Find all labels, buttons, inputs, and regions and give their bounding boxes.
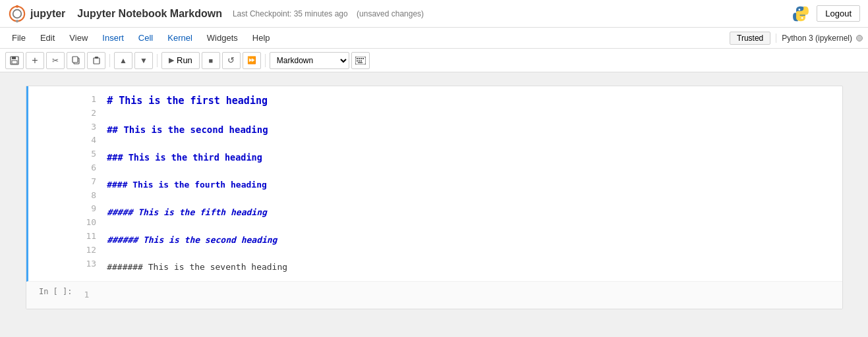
line-numbers: 1 2 3 4 5 6 7 8 9 10 11 12 13 <box>86 93 107 274</box>
cut-button[interactable]: ✂ <box>46 52 65 69</box>
svg-point-5 <box>801 16 803 18</box>
fast-forward-button[interactable]: ⏩ <box>243 52 261 69</box>
cell-type-select[interactable]: Markdown Code Raw NBConvert Heading <box>270 52 349 69</box>
svg-rect-8 <box>12 61 17 64</box>
code-line-9: ##### This is the fifth heading <box>107 206 836 220</box>
cell-prompt <box>28 86 81 281</box>
menu-insert[interactable]: Insert <box>96 30 130 45</box>
svg-rect-18 <box>357 60 358 61</box>
separator-1 <box>109 54 110 67</box>
code-cell-1[interactable]: 1 2 3 4 5 6 7 8 9 10 11 12 13 <box>26 86 842 282</box>
menu-file[interactable]: File <box>5 30 32 45</box>
menu-view[interactable]: View <box>63 30 94 45</box>
save-icon <box>10 56 19 65</box>
logout-button[interactable]: Logout <box>817 5 860 22</box>
svg-rect-17 <box>362 58 364 59</box>
menu-bar: File Edit View Insert Cell Kernel Widget… <box>0 28 868 49</box>
top-bar-right: Logout <box>792 5 860 23</box>
svg-point-3 <box>16 20 18 22</box>
top-bar: jupyter Jupyter Notebook Markdown Last C… <box>0 0 868 28</box>
svg-point-1 <box>13 9 22 18</box>
code-editor: 1 2 3 4 5 6 7 8 9 10 11 12 13 <box>86 90 837 277</box>
code-line-3: ## This is the second heading <box>107 122 836 137</box>
code-line-2 <box>107 109 836 122</box>
notebook-area: 1 2 3 4 5 6 7 8 9 10 11 12 13 <box>0 72 868 337</box>
menu-help[interactable]: Help <box>246 30 277 45</box>
kernel-indicator: Python 3 (ipykernel) <box>776 34 863 43</box>
menu-kernel[interactable]: Kernel <box>161 30 199 45</box>
separator-2 <box>157 54 158 67</box>
svg-rect-14 <box>357 58 358 59</box>
output-content: 1 <box>79 282 842 309</box>
output-code-editor: 1 <box>84 286 837 305</box>
menu-bar-right: Trusted Python 3 (ipykernel) <box>730 32 863 45</box>
code-line-6 <box>107 165 836 179</box>
trusted-button[interactable]: Trusted <box>730 32 770 45</box>
output-line-numbers: 1 <box>84 288 100 302</box>
code-line-1: # This is the first heading <box>107 93 836 109</box>
code-lines: # This is the first heading ## This is t… <box>107 93 836 274</box>
code-line-12 <box>107 247 836 261</box>
notebook-title: Jupyter Notebook Markdown <box>77 8 222 20</box>
move-up-button[interactable]: ▲ <box>114 52 132 69</box>
code-line-11: ###### This is the second heading <box>107 234 836 247</box>
cell-content: 1 2 3 4 5 6 7 8 9 10 11 12 13 <box>81 86 842 281</box>
add-cell-button[interactable]: + <box>26 52 44 69</box>
code-line-8 <box>107 192 836 206</box>
svg-rect-12 <box>95 57 98 59</box>
svg-rect-10 <box>72 57 78 63</box>
menu-cell[interactable]: Cell <box>132 30 159 45</box>
logo-area: jupyter <box>8 5 65 23</box>
keyboard-shortcuts-button[interactable] <box>351 52 370 69</box>
code-line-13: ####### This is the seventh heading <box>107 261 836 274</box>
keyboard-icon <box>355 57 366 65</box>
restart-button[interactable]: ↺ <box>222 52 241 69</box>
notebook-container: 1 2 3 4 5 6 7 8 9 10 11 12 13 <box>26 86 843 309</box>
svg-rect-20 <box>361 60 362 61</box>
copy-button[interactable] <box>67 52 85 69</box>
save-button[interactable] <box>5 52 24 69</box>
move-down-button[interactable]: ▼ <box>134 52 153 69</box>
run-button[interactable]: ▶ Run <box>161 52 200 69</box>
paste-button[interactable] <box>87 52 105 69</box>
code-line-10 <box>107 220 836 234</box>
jupyter-wordmark: jupyter <box>30 8 65 20</box>
jupyter-logo-icon <box>8 5 26 23</box>
stop-button[interactable]: ■ <box>202 52 220 69</box>
output-cell: In [ ]: 1 <box>26 282 842 309</box>
checkpoint-text: Last Checkpoint: 35 minutes ago (unsaved… <box>233 9 424 18</box>
svg-point-4 <box>799 9 801 11</box>
code-line-5: ### This is the third heading <box>107 151 836 165</box>
paste-icon <box>92 56 101 65</box>
kernel-status-circle <box>856 35 863 41</box>
code-line-7: #### This is the fourth heading <box>107 178 836 192</box>
menu-edit[interactable]: Edit <box>34 30 61 45</box>
toolbar: + ✂ ▲ ▼ ▶ Run ■ ↺ ⏩ <box>0 49 868 72</box>
menu-widgets[interactable]: Widgets <box>200 30 245 45</box>
svg-rect-7 <box>12 57 16 59</box>
svg-rect-21 <box>358 62 362 63</box>
svg-rect-19 <box>359 60 360 61</box>
svg-point-0 <box>10 6 24 20</box>
separator-3 <box>265 54 266 67</box>
svg-rect-15 <box>359 58 360 59</box>
svg-point-2 <box>16 5 18 7</box>
svg-rect-16 <box>361 58 362 59</box>
output-code-lines <box>100 288 836 302</box>
svg-rect-11 <box>94 58 100 64</box>
copy-icon <box>72 56 80 65</box>
output-line-1 <box>100 288 836 302</box>
code-line-4 <box>107 137 836 151</box>
output-prompt: In [ ]: <box>26 282 79 309</box>
python-icon <box>792 5 810 23</box>
